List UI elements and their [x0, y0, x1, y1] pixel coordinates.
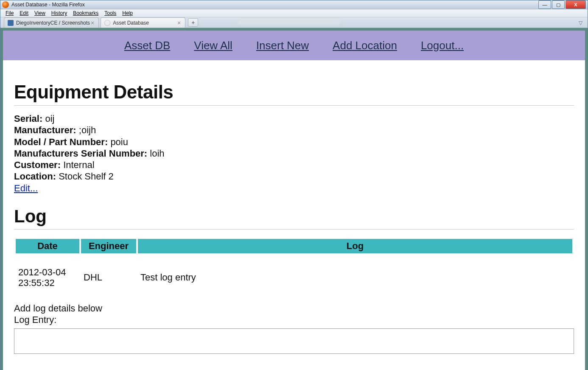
firefox-icon — [2, 1, 9, 8]
nav-logout[interactable]: Logout... — [421, 39, 464, 52]
model-value: poiu — [110, 137, 128, 147]
minimize-button[interactable]: — — [538, 0, 551, 9]
col-engineer: Engineer — [81, 239, 136, 253]
page-scroll[interactable]: Asset DB View All Insert New Add Locatio… — [0, 28, 588, 370]
manufacturer-label: Manufacturer: — [14, 125, 76, 135]
table-header-row: Date Engineer Log — [16, 239, 572, 253]
log-form: Add log details below Log Entry: — [14, 303, 574, 356]
menu-edit[interactable]: Edit — [17, 9, 31, 17]
equipment-details: Serial: oij Manufacturer: ;oijh Model / … — [14, 113, 574, 193]
menu-view[interactable]: View — [32, 9, 48, 17]
titlebar: Asset Database - Mozilla Firefox — ▢ X — [0, 0, 588, 9]
mfr-serial-value: loih — [150, 148, 164, 159]
menu-file[interactable]: File — [3, 9, 16, 17]
nav-asset-db[interactable]: Asset DB — [124, 39, 170, 52]
log-entry-input[interactable] — [14, 328, 574, 354]
tab-asset-database[interactable]: Asset Database × — [101, 17, 185, 28]
viewport: Asset DB View All Insert New Add Locatio… — [0, 28, 588, 370]
new-tab-button[interactable]: + — [188, 18, 198, 27]
log-prompt: Add log details below — [14, 303, 574, 314]
edit-link[interactable]: Edit... — [14, 183, 38, 193]
serial-label: Serial: — [14, 113, 42, 124]
page: Asset DB View All Insert New Add Locatio… — [3, 31, 585, 370]
window-buttons: — ▢ X — [538, 0, 586, 9]
tabs-dropdown-icon[interactable]: ▽ — [577, 20, 584, 28]
divider — [14, 105, 574, 106]
top-nav: Asset DB View All Insert New Add Locatio… — [3, 31, 585, 60]
plus-icon: + — [191, 19, 195, 26]
cell-date: 2012-03-04 23:55:32 — [16, 255, 79, 300]
heading-equipment-details: Equipment Details — [14, 81, 574, 103]
generic-page-icon — [104, 20, 110, 26]
page-frame: Asset DB View All Insert New Add Locatio… — [0, 28, 588, 370]
table-row: 2012-03-04 23:55:32 DHL Test log entry — [16, 255, 572, 300]
tabstrip: DiegoInventoryCE / Screenshots × Asset D… — [0, 17, 588, 28]
menu-bookmarks[interactable]: Bookmarks — [70, 9, 101, 17]
location-value: Stock Shelf 2 — [59, 171, 114, 182]
nav-add-location[interactable]: Add Location — [333, 39, 397, 52]
tab-diegoinventory[interactable]: DiegoInventoryCE / Screenshots × — [4, 17, 99, 28]
close-icon[interactable]: × — [90, 20, 95, 26]
heading-log: Log — [14, 206, 574, 227]
serial-value: oij — [45, 113, 54, 124]
menu-help[interactable]: Help — [120, 9, 135, 17]
log-table: Date Engineer Log 2012-03-04 23:55:32 — [14, 237, 574, 302]
cell-log: Test log entry — [138, 255, 572, 300]
menu-tools[interactable]: Tools — [102, 9, 119, 17]
menu-history[interactable]: History — [49, 9, 70, 17]
manufacturer-value: ;oijh — [79, 125, 96, 135]
customer-value: Internal — [63, 160, 94, 170]
log-entry-label: Log Entry: — [14, 314, 574, 325]
browser-window: Asset Database - Mozilla Firefox — ▢ X F… — [0, 0, 588, 370]
tab-label: DiegoInventoryCE / Screenshots — [16, 20, 90, 26]
close-button[interactable]: X — [566, 0, 586, 9]
col-log: Log — [138, 239, 572, 253]
maximize-button[interactable]: ▢ — [552, 0, 565, 9]
customer-label: Customer: — [14, 160, 61, 170]
cell-engineer: DHL — [81, 255, 136, 300]
content-area: Equipment Details Serial: oij Manufactur… — [3, 60, 585, 370]
window-title: Asset Database - Mozilla Firefox — [11, 2, 538, 8]
background-window-blur — [238, 18, 340, 25]
col-date: Date — [16, 239, 79, 253]
menubar: File Edit View History Bookmarks Tools H… — [0, 9, 588, 17]
mfr-serial-label: Manufacturers Serial Number: — [14, 148, 147, 159]
divider — [14, 229, 574, 230]
model-label: Model / Part Number: — [14, 137, 108, 147]
location-label: Location: — [14, 171, 56, 182]
nav-view-all[interactable]: View All — [194, 39, 232, 52]
nav-insert-new[interactable]: Insert New — [256, 39, 309, 52]
sourceforge-icon — [8, 20, 14, 26]
tab-label: Asset Database — [113, 20, 176, 26]
close-icon[interactable]: × — [176, 20, 182, 26]
